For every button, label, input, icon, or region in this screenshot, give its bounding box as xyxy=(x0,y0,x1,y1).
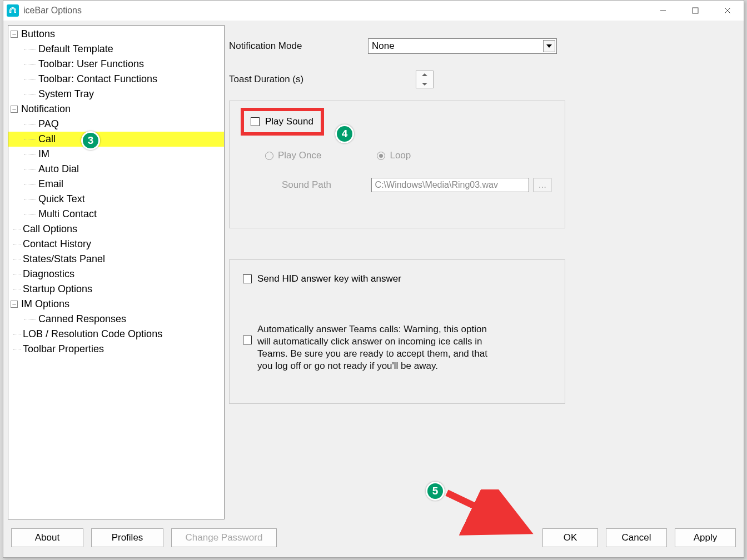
cancel-button[interactable]: Cancel xyxy=(606,528,667,547)
auto-answer-checkbox[interactable] xyxy=(243,336,252,344)
annotation-arrow xyxy=(444,489,538,539)
browse-button[interactable]: ... xyxy=(534,178,551,192)
chevron-down-icon xyxy=(543,40,555,52)
tree-item-call[interactable]: Call xyxy=(38,133,56,145)
notification-mode-label: Notification Mode xyxy=(229,41,368,52)
play-sound-checkbox[interactable] xyxy=(251,117,260,126)
loop-label: Loop xyxy=(390,150,411,161)
tree-item[interactable]: PAQ xyxy=(38,118,59,130)
play-sound-group: Play Sound Play Once Loop Sound Path C:\… xyxy=(229,101,565,228)
profiles-button[interactable]: Profiles xyxy=(91,528,163,547)
tree-item-notification[interactable]: Notification xyxy=(21,103,71,115)
change-password-button[interactable]: Change Password xyxy=(171,528,277,547)
expander-icon[interactable]: − xyxy=(11,106,18,113)
answer-options-group: Send HID answer key with answer Automati… xyxy=(229,259,565,404)
dialog-footer: About Profiles Change Password OK Cancel… xyxy=(3,524,744,557)
tree-item[interactable]: Contact History xyxy=(23,238,91,250)
tree-item[interactable]: States/Stats Panel xyxy=(23,253,105,265)
tree-item[interactable]: Default Template xyxy=(38,43,113,55)
apply-button[interactable]: Apply xyxy=(675,528,736,547)
play-once-radio[interactable] xyxy=(265,152,273,160)
tree-item[interactable]: Email xyxy=(38,178,63,190)
send-hid-label: Send HID answer key with answer xyxy=(257,273,401,284)
dropdown-value: None xyxy=(372,41,395,52)
tree-item[interactable]: Call Options xyxy=(23,223,77,235)
annotation-step-4: 4 xyxy=(335,124,354,143)
sound-path-label: Sound Path xyxy=(282,179,371,191)
svg-rect-1 xyxy=(693,8,698,13)
tree-item[interactable]: Toolbar: Contact Functions xyxy=(38,73,157,85)
auto-answer-label: Automatically answer Teams calls: Warnin… xyxy=(257,323,496,372)
tree-item[interactable]: LOB / Resolution Code Options xyxy=(23,328,162,340)
maximize-button[interactable] xyxy=(679,1,711,21)
tree-item[interactable]: Startup Options xyxy=(23,283,92,295)
close-button[interactable] xyxy=(711,1,744,21)
options-tree[interactable]: − Buttons Default Template Toolbar: User… xyxy=(8,25,225,519)
expander-icon[interactable]: − xyxy=(11,301,18,308)
tree-item-im-options[interactable]: IM Options xyxy=(21,298,69,310)
tree-item[interactable]: System Tray xyxy=(38,88,94,100)
minimize-button[interactable] xyxy=(647,1,679,21)
tree-item[interactable]: Multi Contact xyxy=(38,208,97,220)
options-dialog: iceBar Options − Buttons Default Templat… xyxy=(3,0,744,558)
expander-icon[interactable]: − xyxy=(11,31,18,38)
tree-item[interactable]: Diagnostics xyxy=(23,268,74,280)
window-title: iceBar Options xyxy=(23,6,82,16)
annotation-highlight: Play Sound xyxy=(241,108,324,136)
titlebar: iceBar Options xyxy=(3,1,744,21)
send-hid-checkbox[interactable] xyxy=(243,274,252,283)
notification-mode-dropdown[interactable]: None xyxy=(368,38,557,54)
sound-path-input[interactable]: C:\Windows\Media\Ring03.wav xyxy=(371,178,529,192)
about-button[interactable]: About xyxy=(11,528,83,547)
app-icon xyxy=(7,4,19,17)
tree-item[interactable]: Auto Dial xyxy=(38,163,79,175)
svg-line-4 xyxy=(447,493,521,528)
annotation-step-3: 3 xyxy=(81,131,100,150)
annotation-step-5: 5 xyxy=(426,482,445,501)
toast-duration-spinner[interactable] xyxy=(416,71,434,88)
tree-item[interactable]: IM xyxy=(38,148,49,160)
tree-item[interactable]: Canned Responses xyxy=(38,313,126,325)
tree-item[interactable]: Toolbar: User Functions xyxy=(38,58,144,70)
tree-item[interactable]: Toolbar Properties xyxy=(23,343,104,355)
tree-item[interactable]: Quick Text xyxy=(38,193,85,205)
ok-button[interactable]: OK xyxy=(542,528,598,547)
tree-item-buttons[interactable]: Buttons xyxy=(21,28,55,40)
play-sound-label: Play Sound xyxy=(265,116,313,127)
toast-duration-label: Toast Duration (s) xyxy=(229,74,368,85)
settings-panel: Notification Mode None Toast Duration (s… xyxy=(229,25,739,519)
play-once-label: Play Once xyxy=(278,150,321,161)
loop-radio[interactable] xyxy=(377,152,385,160)
